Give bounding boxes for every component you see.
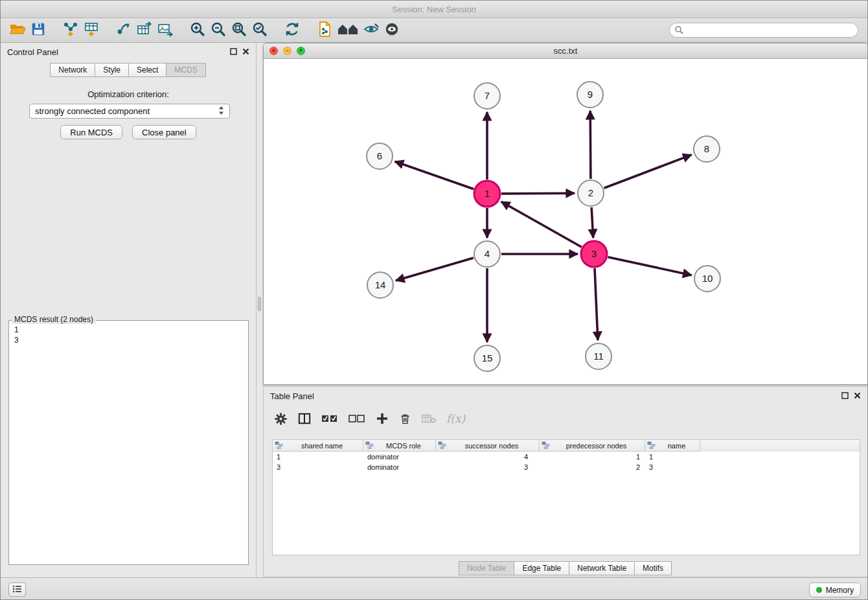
- birdseye-view-button[interactable]: [382, 21, 402, 40]
- delete-table-icon[interactable]: [422, 413, 436, 424]
- table-cell[interactable]: 1: [645, 453, 700, 461]
- graph-node-3[interactable]: 3: [581, 241, 607, 267]
- show-columns-icon[interactable]: [298, 412, 311, 425]
- unselect-all-columns-icon[interactable]: [348, 413, 365, 424]
- export-network-button[interactable]: [113, 21, 134, 40]
- graph-node-1[interactable]: 1: [474, 181, 500, 207]
- column-header-predecessor-nodes[interactable]: predecessor nodes: [540, 440, 645, 452]
- float-panel-icon[interactable]: [841, 391, 849, 401]
- graph-node-15[interactable]: 15: [474, 345, 500, 371]
- delete-columns-icon[interactable]: [399, 412, 411, 426]
- graph-edge-1-6[interactable]: [395, 161, 474, 189]
- export-image-icon: [157, 21, 174, 40]
- graph-edge-3-1[interactable]: [501, 202, 582, 247]
- table-row[interactable]: 3dominator323: [273, 462, 860, 472]
- window-zoom-icon[interactable]: +: [297, 47, 305, 55]
- save-session-button[interactable]: [28, 21, 49, 40]
- splitter-grip-icon[interactable]: [258, 297, 261, 311]
- graph-edge-4-14[interactable]: [396, 258, 474, 281]
- graph-node-14[interactable]: 14: [367, 272, 393, 298]
- column-header-successor-nodes[interactable]: successor nodes: [436, 440, 540, 452]
- network-window-titlebar[interactable]: scc.txt × − +: [264, 43, 867, 59]
- close-panel-icon[interactable]: [242, 47, 249, 57]
- import-table-button[interactable]: [81, 21, 102, 40]
- network-canvas[interactable]: 7968124314101511: [264, 59, 867, 385]
- mcds-result-line: 3: [14, 335, 243, 345]
- memory-status-icon: [816, 587, 822, 593]
- window-minimize-icon[interactable]: −: [283, 47, 291, 55]
- task-history-button[interactable]: [8, 583, 26, 597]
- graph-edge-2-8[interactable]: [604, 155, 692, 188]
- panel-splitter[interactable]: [257, 43, 263, 577]
- zoom-selected-button[interactable]: [249, 21, 270, 40]
- table-body: 1dominator4113dominator323: [273, 452, 860, 472]
- table-tab-node-table[interactable]: Node Table: [459, 561, 515, 575]
- graph-edge-2-9[interactable]: [590, 111, 591, 179]
- table-cell[interactable]: dominator: [363, 463, 436, 471]
- zoom-fit-button[interactable]: [229, 21, 249, 40]
- mcds-buttons: Run MCDS Close panel: [1, 125, 256, 139]
- graph-node-11[interactable]: 11: [586, 343, 611, 369]
- table-cell[interactable]: 4: [436, 453, 540, 461]
- search-box: [669, 23, 858, 38]
- close-panel-icon[interactable]: [854, 391, 861, 401]
- control-tab-mcds[interactable]: MCDS: [166, 63, 205, 77]
- mcds-result-box: MCDS result (2 nodes) 13: [8, 320, 249, 565]
- zoom-out-button[interactable]: [208, 21, 229, 40]
- graph-node-4[interactable]: 4: [474, 241, 500, 267]
- graph-node-10[interactable]: 10: [694, 266, 720, 292]
- control-tab-style[interactable]: Style: [95, 63, 129, 77]
- memory-button[interactable]: Memory: [809, 583, 861, 597]
- table-cell[interactable]: 3: [645, 463, 700, 471]
- table-tab-motifs[interactable]: Motifs: [634, 561, 672, 575]
- control-tab-network[interactable]: Network: [50, 63, 95, 77]
- table-cell[interactable]: 1: [540, 453, 645, 461]
- export-image-button[interactable]: [155, 21, 176, 40]
- table-cell[interactable]: 1: [273, 453, 363, 461]
- graph-node-9[interactable]: 9: [577, 82, 603, 108]
- window-titlebar[interactable]: Session: New Session: [1, 1, 867, 18]
- column-header-shared-name[interactable]: shared name: [273, 440, 363, 452]
- table-cell[interactable]: 3: [436, 463, 540, 471]
- graph-node-label: 2: [588, 187, 593, 198]
- select-all-columns-icon[interactable]: [321, 413, 338, 424]
- add-column-icon[interactable]: [376, 412, 389, 425]
- graph-node-2[interactable]: 2: [578, 180, 604, 206]
- graph-node-7[interactable]: 7: [474, 83, 500, 109]
- graph-edge-3-11[interactable]: [595, 268, 598, 340]
- control-panel-title: Control Panel: [7, 47, 58, 57]
- graph-edge-1-2[interactable]: [501, 193, 575, 194]
- close-panel-button[interactable]: Close panel: [132, 125, 196, 139]
- search-input[interactable]: [669, 23, 858, 38]
- table-cell[interactable]: 3: [273, 463, 363, 471]
- table-tab-edge-table[interactable]: Edge Table: [514, 561, 569, 575]
- open-session-button[interactable]: [7, 21, 28, 40]
- graph-node-6[interactable]: 6: [367, 143, 393, 169]
- graph-edge-2-3[interactable]: [591, 207, 593, 238]
- first-neighbors-button[interactable]: [335, 21, 361, 40]
- network-file-button[interactable]: [314, 21, 335, 40]
- function-builder-icon[interactable]: f(x): [446, 412, 465, 425]
- save-session-icon: [30, 21, 46, 40]
- float-panel-icon[interactable]: [230, 47, 237, 57]
- settings-gear-icon[interactable]: [274, 412, 288, 426]
- apply-layout-button[interactable]: [282, 21, 303, 40]
- column-header-mcds-role[interactable]: MCDS role: [363, 440, 436, 452]
- table-cell[interactable]: dominator: [363, 453, 436, 461]
- run-mcds-button[interactable]: Run MCDS: [60, 125, 122, 139]
- table-row[interactable]: 1dominator411: [273, 452, 860, 462]
- import-network-button[interactable]: [60, 21, 81, 40]
- graph-edge-3-10[interactable]: [608, 257, 692, 275]
- column-header-name[interactable]: name: [645, 440, 700, 452]
- table-tab-network-table[interactable]: Network Table: [569, 561, 635, 575]
- window-close-icon[interactable]: ×: [269, 47, 278, 55]
- export-table-button[interactable]: [134, 21, 155, 40]
- control-tab-select[interactable]: Select: [128, 63, 166, 77]
- optimization-dropdown[interactable]: strongly connected component: [29, 104, 230, 119]
- zoom-in-button[interactable]: [187, 21, 208, 40]
- dropdown-arrows-icon: [218, 106, 224, 117]
- column-type-icon: [647, 440, 656, 452]
- graph-node-8[interactable]: 8: [694, 136, 720, 162]
- graphics-details-button[interactable]: [361, 21, 382, 40]
- table-cell[interactable]: 2: [540, 463, 645, 471]
